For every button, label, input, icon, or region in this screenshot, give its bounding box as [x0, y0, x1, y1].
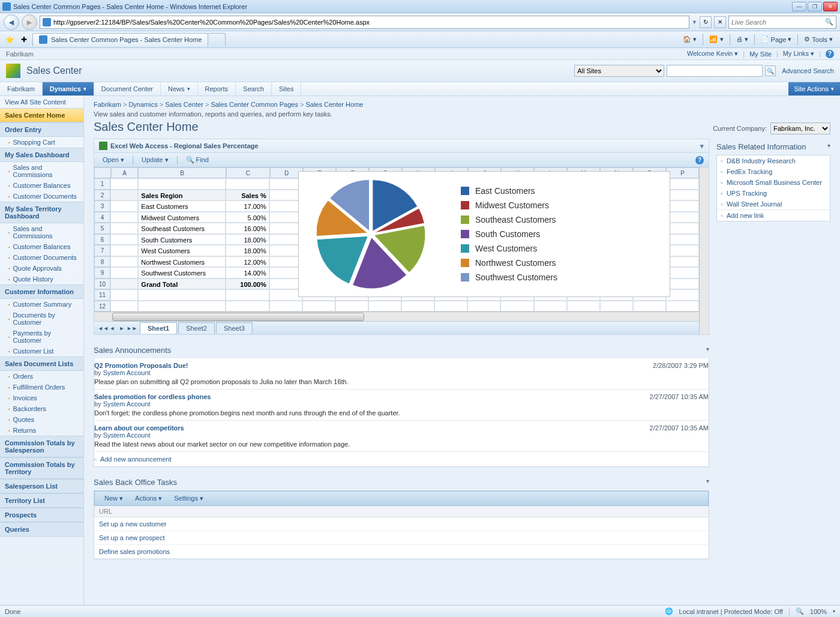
grid-cell[interactable]: 5.00% — [226, 212, 269, 223]
row-head[interactable]: 8 — [94, 256, 110, 268]
sheet-nav-next[interactable]: ► — [117, 325, 127, 331]
sheet-nav-prev[interactable]: ◄ — [107, 325, 117, 331]
grid-cell[interactable] — [666, 267, 699, 278]
search-icon[interactable]: 🔍 — [823, 18, 836, 26]
grid-cell[interactable] — [434, 301, 467, 312]
grid-cell[interactable] — [302, 301, 335, 312]
grid-cell[interactable]: West Customers — [138, 245, 225, 256]
row-head[interactable]: 12 — [94, 301, 110, 312]
col-head[interactable]: C — [226, 167, 270, 178]
grid-cell[interactable]: Sales Region — [138, 190, 225, 201]
related-menu-icon[interactable]: ▾ — [827, 142, 830, 151]
row-head[interactable]: 4 — [94, 212, 110, 223]
grid-cell[interactable] — [269, 234, 302, 245]
new-menu[interactable]: New ▾ — [100, 493, 128, 504]
grid-cell[interactable] — [666, 245, 699, 256]
feeds-icon[interactable]: 📶 ▾ — [706, 33, 727, 46]
grid-cell[interactable] — [110, 223, 138, 234]
grid-cell[interactable] — [269, 301, 302, 312]
favorites-star-icon[interactable]: ⭐ — [4, 34, 16, 46]
grid-cell[interactable] — [110, 245, 138, 256]
row-head[interactable]: 7 — [94, 245, 110, 256]
grid-cell[interactable] — [110, 289, 138, 301]
nav-head-my-sales-dashboard[interactable]: My Sales Dashboard — [0, 148, 83, 162]
task-row[interactable]: Define sales promotions — [94, 545, 709, 559]
col-head[interactable]: P — [666, 167, 699, 178]
nav-head-prospects[interactable]: Prospects — [0, 508, 83, 522]
grid-cell[interactable] — [666, 178, 699, 190]
backoffice-column-header[interactable]: URL — [94, 506, 709, 517]
grid-cell[interactable] — [110, 190, 138, 201]
grid-cell[interactable] — [633, 301, 666, 312]
site-search-input[interactable] — [667, 65, 763, 77]
topnav-fabrikam[interactable]: Fabrikam — [0, 82, 43, 95]
grid-cell[interactable] — [666, 223, 699, 234]
related-link[interactable]: FedEx Tracking — [717, 166, 830, 177]
grid-cell[interactable]: 17.00% — [226, 200, 269, 212]
topnav-news[interactable]: News▾ — [161, 82, 198, 95]
grid-cell[interactable] — [226, 301, 269, 312]
grid-cell[interactable]: 14.00% — [226, 267, 269, 278]
breadcrumb-link[interactable]: Sales Center Home — [305, 101, 363, 108]
url-input[interactable] — [53, 19, 686, 26]
nav-item[interactable]: Quote Approvals — [0, 263, 83, 274]
horizontal-scrollbar[interactable] — [94, 312, 699, 321]
grid-cell[interactable] — [138, 289, 225, 301]
row-head[interactable]: 6 — [94, 234, 110, 245]
grid-cell[interactable] — [269, 200, 302, 212]
col-head[interactable]: A — [111, 167, 139, 178]
settings-menu[interactable]: Settings ▾ — [169, 493, 208, 504]
grid-cell[interactable]: East Customers — [138, 200, 225, 212]
webpart-menu-icon[interactable]: ▾ — [700, 142, 704, 150]
grid-cell[interactable] — [226, 289, 269, 301]
grid-cell[interactable]: 100.00% — [226, 278, 269, 290]
my-site-link[interactable]: My Site — [749, 50, 772, 58]
announcements-menu-icon[interactable]: ▾ — [706, 346, 709, 355]
search-bar[interactable]: 🔍 — [728, 16, 836, 29]
home-icon[interactable]: 🏠 ▾ — [679, 33, 700, 46]
stop-button[interactable]: ✕ — [714, 16, 726, 28]
nav-head-queries[interactable]: Queries — [0, 522, 83, 537]
grid-cell[interactable] — [110, 200, 138, 212]
grid-cell[interactable] — [269, 212, 302, 223]
grid-cell[interactable]: 12.00% — [226, 256, 269, 268]
row-head[interactable]: 10 — [94, 278, 110, 290]
related-link[interactable]: D&B Industry Research — [717, 155, 830, 166]
row-head[interactable]: 9 — [94, 267, 110, 278]
sheet-tab[interactable]: Sheet3 — [216, 322, 253, 334]
nav-item[interactable]: Returns — [0, 425, 83, 436]
grid-cell[interactable] — [666, 190, 699, 201]
grid-cell[interactable] — [666, 212, 699, 223]
grid-cell[interactable] — [666, 200, 699, 212]
topnav-sites[interactable]: Sites — [272, 82, 301, 95]
search-go-button[interactable]: 🔍 — [765, 65, 776, 76]
grid-cell[interactable] — [534, 301, 567, 312]
breadcrumb-link[interactable]: Sales Center Common Pages — [211, 101, 298, 108]
address-bar[interactable] — [40, 16, 689, 29]
breadcrumb-link[interactable]: Fabrikam — [94, 101, 121, 108]
announcement-title-link[interactable]: Sales promotion for cordless phones — [94, 393, 211, 400]
grid-cell[interactable] — [269, 278, 302, 290]
topnav-document-center[interactable]: Document Center — [94, 82, 161, 95]
site-name[interactable]: Sales Center — [26, 65, 82, 76]
grid-cell[interactable] — [226, 178, 269, 190]
grid-cell[interactable]: Southeast Customers — [138, 223, 225, 234]
grid-cell[interactable] — [600, 301, 633, 312]
nav-head-order-entry[interactable]: Order Entry — [0, 122, 83, 137]
company-select[interactable]: Fabrikam, Inc. — [770, 122, 830, 134]
view-all-content-link[interactable]: View All Site Content — [0, 96, 83, 108]
grid-cell[interactable]: 18.00% — [226, 245, 269, 256]
announcement-title-link[interactable]: Q2 Promotion Proposals Due! — [94, 362, 188, 369]
grid-cell[interactable] — [401, 301, 434, 312]
print-icon[interactable]: 🖨 ▾ — [733, 33, 752, 46]
grid-cell[interactable]: Midwest Customers — [138, 212, 225, 223]
nav-head-commission-totals-by-salesperson[interactable]: Commission Totals by Salesperson — [0, 436, 83, 457]
grid-cell[interactable] — [467, 301, 500, 312]
maximize-button[interactable]: ❐ — [808, 2, 822, 11]
grid-cell[interactable] — [110, 212, 138, 223]
search-scope-select[interactable]: All Sites — [574, 65, 664, 77]
nav-head-my-sales-territory-dashboard[interactable]: My Sales Territory Dashboard — [0, 202, 83, 223]
grid-cell[interactable]: Grand Total — [138, 278, 225, 290]
add-announcement-link[interactable]: Add new announcement — [94, 452, 709, 466]
tools-menu[interactable]: ⚙ Tools ▾ — [800, 33, 836, 46]
